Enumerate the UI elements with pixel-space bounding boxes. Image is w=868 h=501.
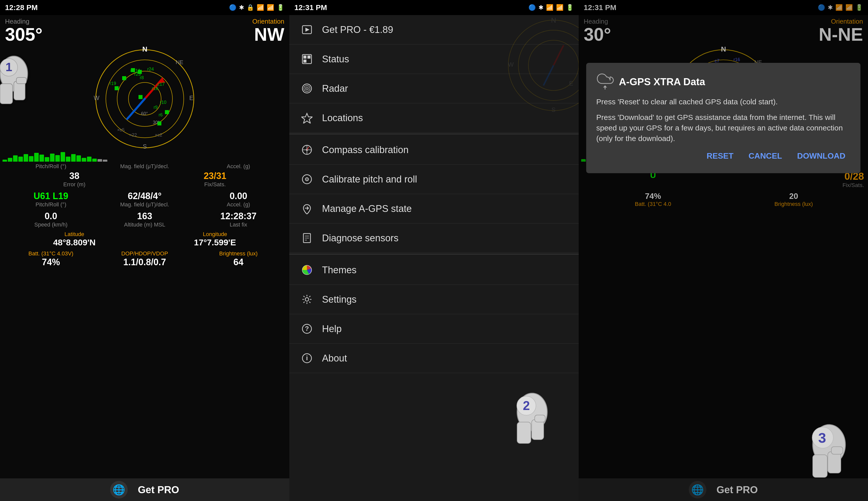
themes-label: Themes <box>322 265 356 276</box>
svg-text:S: S <box>551 106 556 113</box>
menu-item-pitch-roll[interactable]: Calibrate pitch and roll <box>289 165 579 194</box>
time-1: 12:28 PM <box>5 3 38 12</box>
lon-value: 17°7.599'E <box>145 237 286 247</box>
reset-button[interactable]: RESET <box>701 149 739 163</box>
themes-icon <box>299 263 314 278</box>
accel-label: Accel. (g) <box>192 163 285 170</box>
sig-bar <box>97 159 102 162</box>
orientation-value: NW <box>253 25 284 43</box>
download-button[interactable]: DOWNLOAD <box>792 149 850 163</box>
sig-bar <box>13 155 18 162</box>
svg-text:r16: r16 <box>152 86 158 91</box>
get-pro-label: Get PRO - €1.89 <box>322 24 393 35</box>
svg-text:×c5: ×c5 <box>117 127 125 132</box>
settings-icon <box>299 292 314 307</box>
accel-value: 0.00 <box>192 191 285 201</box>
svg-marker-59 <box>301 113 312 124</box>
dialog-title-row: A-GPS XTRA Data <box>596 73 850 90</box>
svg-rect-18 <box>165 110 169 114</box>
svg-text:×22: ×22 <box>129 132 137 138</box>
mag-field-cell: Mag. field (μT)/decl. <box>98 163 192 170</box>
app-logo-1: 🌐 <box>112 484 125 496</box>
sig-bar <box>103 160 107 162</box>
compass-svg-1: N E S W NE ×c11 r24 <box>92 46 197 152</box>
svg-point-73 <box>305 298 309 301</box>
dop-value: 1.1/0.8/0.7 <box>98 257 192 267</box>
status-icon <box>299 52 314 67</box>
help-label: Help <box>322 323 342 334</box>
radar-icon <box>299 81 314 96</box>
menu-item-help[interactable]: ? Help <box>289 314 579 344</box>
data-row-4: Latitude 48°8.809'N Longitude 17°7.599'E <box>4 231 285 248</box>
error-label: Error (m) <box>4 181 145 188</box>
svg-rect-36 <box>14 81 25 100</box>
menu-item-diagnose[interactable]: Diagnose sensors <box>289 223 579 253</box>
locations-icon <box>299 110 314 126</box>
compass-cal-icon <box>299 142 314 157</box>
svg-marker-50 <box>306 28 309 32</box>
batt-label: Batt. (31°C 4.03V) <box>4 250 98 257</box>
menu-item-settings[interactable]: Settings <box>289 285 579 314</box>
svg-line-48 <box>544 65 554 85</box>
mag-field-label: Mag. field (μT)/decl. <box>98 163 192 170</box>
menu-item-about[interactable]: i About <box>289 344 579 373</box>
cancel-button[interactable]: CANCEL <box>743 149 787 163</box>
accel-label2: Accel. (g) <box>192 201 285 208</box>
batt-cell: Batt. (31°C 4.03V) 74% <box>4 250 98 267</box>
get-pro-btn-1[interactable]: Get PRO <box>138 484 179 495</box>
svg-text:S: S <box>142 143 147 150</box>
menu-item-compass-cal[interactable]: Compass calibration <box>289 135 579 165</box>
menu-item-themes[interactable]: Themes <box>289 255 579 285</box>
sig-bar <box>92 159 97 162</box>
radar-label: Radar <box>322 83 348 94</box>
signal-icon: 📶 <box>267 4 274 11</box>
lon-label: Longitude <box>145 231 286 237</box>
svg-text:?: ? <box>305 325 309 332</box>
svg-text:r9: r9 <box>153 105 158 110</box>
about-label: About <box>322 353 347 364</box>
svg-text:N: N <box>551 16 556 24</box>
pitch-roll-value: U61 L19 <box>4 191 98 201</box>
svg-text:×c2: ×c2 <box>155 132 162 138</box>
manage-agps-icon <box>299 201 314 216</box>
svg-text:30°: 30° <box>153 120 160 125</box>
error-value: 38 <box>4 171 145 181</box>
sig-bar <box>18 157 23 162</box>
finger-cursor-2: 2 <box>508 390 564 451</box>
sig-bar <box>40 154 44 162</box>
svg-point-67 <box>307 179 308 180</box>
magfield-val-cell: 62/48/4° Mag. field (μT)/decl. <box>98 191 192 208</box>
mag-field-value: 62/48/4° <box>98 191 192 201</box>
agps-dialog: A-GPS XTRA Data Press 'Reset' to clear a… <box>586 63 860 173</box>
data-row-2: U61 L19 Pitch/Roll (°) 62/48/4° Mag. fie… <box>4 190 285 209</box>
svg-rect-80 <box>532 419 544 440</box>
svg-rect-16 <box>139 95 142 99</box>
dop-label: DOP/HDOP/VDOP <box>98 250 192 257</box>
sig-bar <box>8 158 12 162</box>
app-icon-1: 🌐 <box>110 481 128 499</box>
menu-item-manage-agps[interactable]: Manage A-GPS state <box>289 194 579 223</box>
svg-text:i: i <box>306 354 308 362</box>
time-2: 12:31 PM <box>294 3 327 12</box>
screen1: 12:28 PM 🔵 ✱ 🔒 📶 📶 🔋 Heading 305° Orient… <box>0 0 289 501</box>
sig-bar <box>45 157 49 162</box>
bg-compass: N E S W <box>483 15 579 116</box>
data-row-values-1: 38 Error (m) 23/31 Fix/Sats. <box>4 170 285 188</box>
wifi-icon: 📶 <box>257 4 264 11</box>
help-icon: ? <box>299 321 314 336</box>
screens-container: 12:28 PM 🔵 ✱ 🔒 📶 📶 🔋 Heading 305° Orient… <box>0 0 868 501</box>
svg-rect-54 <box>303 60 307 63</box>
svg-line-47 <box>554 45 564 65</box>
altitude-value: 163 <box>98 211 192 222</box>
svg-rect-53 <box>308 55 310 58</box>
finger-cursor-1: 1 <box>0 54 43 115</box>
error-val-cell: 38 Error (m) <box>4 171 145 188</box>
menu-divider-1 <box>289 134 579 134</box>
bottom-bar-1[interactable]: 🌐 Get PRO <box>0 478 289 501</box>
svg-text:c17: c17 <box>157 82 165 87</box>
orientation-section: Orientation NW <box>253 18 284 43</box>
altitude-cell: 163 Altitude (m) MSL <box>98 211 192 228</box>
status-icons-2: 🔵 ✱ 📶 📶 🔋 <box>528 4 574 11</box>
pitchroll-label2: Pitch/Roll (°) <box>4 201 98 208</box>
compass-cal-label: Compass calibration <box>322 145 408 155</box>
